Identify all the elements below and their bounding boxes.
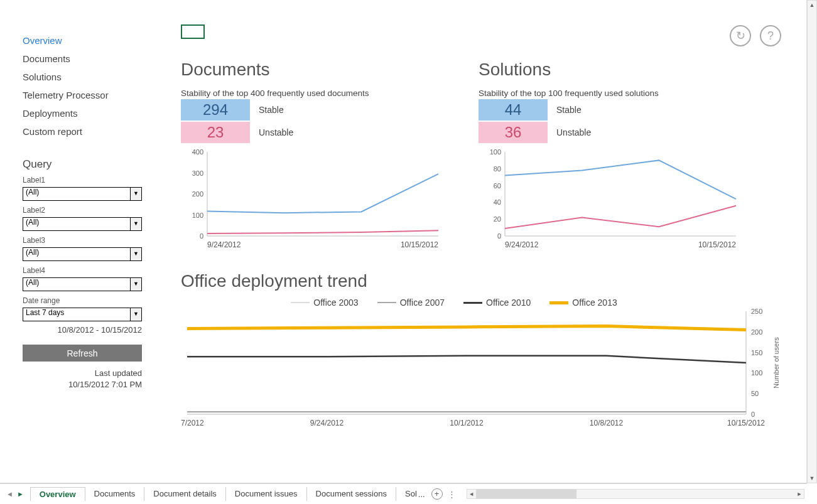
sheet-tabs: ◄ ► Overview Documents Document details … xyxy=(0,483,807,504)
documents-unstable-label: Unstable xyxy=(259,127,293,137)
svg-text:100: 100 xyxy=(490,148,501,156)
refresh-icon[interactable]: ↻ xyxy=(730,25,751,46)
nav-overview[interactable]: Overview xyxy=(23,31,154,50)
filter-value-1: (All) xyxy=(26,188,39,196)
sidebar: Overview Documents Solutions Telemetry P… xyxy=(0,0,166,483)
solutions-panel: Solutions Stability of the top 100 frequ… xyxy=(479,60,776,257)
svg-text:0: 0 xyxy=(751,410,755,418)
svg-text:200: 200 xyxy=(751,328,762,336)
deployment-title: Office deployment trend xyxy=(181,271,806,291)
svg-text:150: 150 xyxy=(751,349,762,357)
solutions-chart: 0204060801009/24/201210/15/2012 xyxy=(479,148,742,255)
svg-text:10/15/2012: 10/15/2012 xyxy=(727,419,765,427)
scroll-right-icon[interactable]: ► xyxy=(795,490,804,498)
filter-select-1[interactable]: (All)▼ xyxy=(23,187,142,201)
tab-document-sessions[interactable]: Document sessions xyxy=(307,487,396,501)
tab-menu-icon[interactable]: ⋮ xyxy=(448,490,457,499)
tab-solutions-truncated[interactable]: Sol xyxy=(396,487,418,501)
tab-document-issues[interactable]: Document issues xyxy=(226,487,307,501)
legend-2013: Office 2013 xyxy=(572,298,617,308)
documents-unstable-count: 23 xyxy=(181,122,250,143)
solutions-unstable-count: 36 xyxy=(479,122,548,143)
svg-text:100: 100 xyxy=(751,369,762,377)
tab-document-details[interactable]: Document details xyxy=(144,487,225,501)
content-area: ↻ ? Documents Stability of the top 400 f… xyxy=(181,25,806,483)
chevron-down-icon: ▼ xyxy=(130,278,141,291)
svg-text:10/15/2012: 10/15/2012 xyxy=(401,240,438,249)
filter-label-4: Label4 xyxy=(23,266,154,275)
nav-documents[interactable]: Documents xyxy=(23,50,154,68)
nav-list: Overview Documents Solutions Telemetry P… xyxy=(23,31,154,141)
chevron-down-icon: ▼ xyxy=(130,308,141,321)
svg-text:60: 60 xyxy=(494,182,501,190)
legend-2003: Office 2003 xyxy=(313,298,358,308)
svg-text:10/15/2012: 10/15/2012 xyxy=(698,240,736,249)
legend-2007: Office 2007 xyxy=(400,298,445,308)
filter-value-2: (All) xyxy=(26,218,39,227)
svg-text:80: 80 xyxy=(494,165,501,173)
deployment-panel: Office deployment trend Office 2003 Offi… xyxy=(181,271,806,436)
query-heading: Query xyxy=(23,158,154,171)
svg-text:200: 200 xyxy=(192,190,203,198)
tab-prev-icon[interactable]: ◄ xyxy=(6,490,13,498)
svg-text:9/24/2012: 9/24/2012 xyxy=(207,240,241,249)
svg-text:9/24/2012: 9/24/2012 xyxy=(310,419,344,427)
chevron-down-icon: ▼ xyxy=(130,218,141,230)
filter-select-4[interactable]: (All)▼ xyxy=(23,277,142,291)
filter-select-3[interactable]: (All)▼ xyxy=(23,247,142,261)
add-sheet-button[interactable]: + xyxy=(431,488,443,500)
svg-text:40: 40 xyxy=(494,198,501,206)
solutions-stable-count: 44 xyxy=(479,99,548,121)
nav-custom-report[interactable]: Custom report xyxy=(23,122,154,141)
svg-text:100: 100 xyxy=(192,212,203,219)
svg-text:10/8/2012: 10/8/2012 xyxy=(590,419,624,427)
filter-label-1: Label1 xyxy=(23,176,154,185)
svg-text:9/24/2012: 9/24/2012 xyxy=(505,240,539,249)
svg-text:400: 400 xyxy=(192,148,203,156)
filter-select-2[interactable]: (All)▼ xyxy=(23,217,142,231)
documents-title: Documents xyxy=(181,60,479,80)
documents-chart: 01002003004009/24/201210/15/2012 xyxy=(181,148,445,255)
svg-text:Number of users: Number of users xyxy=(772,337,780,389)
svg-text:250: 250 xyxy=(751,308,762,315)
solutions-title: Solutions xyxy=(479,60,776,80)
nav-deployments[interactable]: Deployments xyxy=(23,104,154,122)
solutions-unstable-label: Unstable xyxy=(556,127,591,137)
svg-text:0: 0 xyxy=(497,232,501,240)
solutions-subtitle: Stability of the top 100 frequently used… xyxy=(479,88,776,98)
chevron-down-icon: ▼ xyxy=(130,188,141,200)
vertical-scrollbar[interactable]: ▲ ▼ xyxy=(807,0,817,483)
refresh-button[interactable]: Refresh xyxy=(23,345,142,362)
h-scroll-thumb[interactable] xyxy=(476,490,576,498)
documents-subtitle: Stability of the top 400 frequently used… xyxy=(181,88,479,98)
svg-text:50: 50 xyxy=(751,390,759,397)
filter-label-2: Label2 xyxy=(23,206,154,215)
date-range-select[interactable]: Last 7 days▼ xyxy=(23,308,142,321)
nav-telemetry[interactable]: Telemetry Processor xyxy=(23,86,154,104)
tab-next-icon[interactable]: ► xyxy=(17,490,24,498)
chevron-down-icon: ▼ xyxy=(130,248,141,260)
horizontal-scrollbar[interactable]: ◄ ► xyxy=(467,489,804,499)
scroll-down-icon[interactable]: ▼ xyxy=(808,474,816,483)
solutions-stable-label: Stable xyxy=(556,105,582,115)
filter-value-4: (All) xyxy=(26,278,39,287)
date-range-text: 10/8/2012 - 10/15/2012 xyxy=(23,325,142,335)
help-icon[interactable]: ? xyxy=(760,25,781,46)
scroll-left-icon[interactable]: ◄ xyxy=(467,490,476,498)
svg-text:10/1/2012: 10/1/2012 xyxy=(450,419,484,427)
filter-value-3: (All) xyxy=(26,248,39,257)
deployment-legend: Office 2003 Office 2007 Office 2010 Offi… xyxy=(181,298,727,308)
scroll-up-icon[interactable]: ▲ xyxy=(808,1,816,9)
tab-documents[interactable]: Documents xyxy=(85,487,145,501)
last-updated-value: 10/15/2012 7:01 PM xyxy=(23,379,142,390)
date-range-label: Date range xyxy=(23,296,154,305)
last-updated-label: Last updated xyxy=(23,368,142,379)
svg-text:20: 20 xyxy=(494,215,501,223)
tab-overview[interactable]: Overview xyxy=(30,487,85,501)
legend-2010: Office 2010 xyxy=(486,298,531,308)
nav-solutions[interactable]: Solutions xyxy=(23,68,154,86)
svg-text:9/17/2012: 9/17/2012 xyxy=(181,419,204,427)
documents-stable-count: 294 xyxy=(181,99,250,121)
cell-selection[interactable] xyxy=(181,24,205,39)
tab-ellipsis[interactable]: ... xyxy=(418,490,425,499)
